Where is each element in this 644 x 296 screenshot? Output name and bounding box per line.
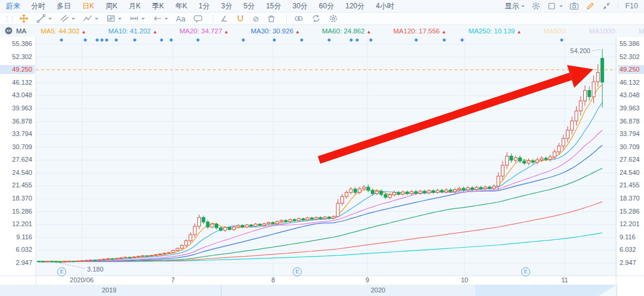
text-tool-icon[interactable]: Aa — [176, 14, 185, 23]
indicator-group-label[interactable]: MA — [16, 27, 26, 35]
sync-tool-icon[interactable] — [311, 14, 321, 23]
period-tab-6[interactable]: 年K — [175, 2, 187, 10]
indicator-bar: MA MA5: 44.302▲MA10: 41.202▲MA20: 34.727… — [0, 26, 644, 36]
angle-tool-icon[interactable]: ∠ — [221, 14, 228, 23]
up-triangle-icon: ▲ — [516, 29, 521, 35]
period-tab-1[interactable]: 多日 — [57, 2, 71, 10]
period-tab-5[interactable]: 季K — [152, 2, 164, 10]
comment-tool-icon[interactable] — [193, 14, 203, 23]
earnings-marker-icon[interactable]: E — [57, 267, 66, 276]
period-toolbar: 蔚来 分时多日日K周K月K季K年K1分3分5分15分30分60分120分4小时 … — [0, 0, 644, 13]
svg-text:10: 10 — [461, 276, 468, 283]
toolbar-right-group: 显示 F10 — [504, 1, 638, 11]
indicator-ma30[interactable]: MA30: 30.926▲ — [250, 27, 300, 35]
move-tool-icon[interactable] — [19, 14, 29, 23]
delete-drawings-tool-icon[interactable] — [267, 14, 276, 23]
screenshot-icon[interactable] — [569, 1, 579, 11]
period-tab-4[interactable]: 月K — [129, 2, 141, 10]
period-tab-9[interactable]: 5分 — [243, 2, 255, 10]
svg-text:54.200: 54.200 — [570, 47, 590, 54]
settings-icon[interactable] — [531, 1, 541, 11]
indicator-ma1[interactable]: MA1: — [639, 27, 644, 35]
svg-text:2020/06: 2020/06 — [70, 276, 94, 283]
indicator-ma5[interactable]: MA5: 44.302▲ — [41, 27, 86, 35]
drawing-toolbar: ⋮⋮ Aa∠⊘ — [0, 13, 644, 25]
period-tab-13[interactable]: 120分 — [345, 2, 364, 10]
svg-text:2019: 2019 — [102, 286, 116, 294]
chevron-down-icon — [521, 5, 525, 9]
period-tab-0[interactable]: 分时 — [31, 2, 45, 10]
up-triangle-icon: ▲ — [295, 29, 300, 35]
measure-tool-icon[interactable] — [129, 14, 145, 23]
candlestick-chart[interactable]: 54.2003.1802020/06789101120192020 — [0, 25, 644, 296]
fullscreen-toggle-icon[interactable] — [602, 1, 611, 11]
indicator-ma60[interactable]: MA60: 24.862▲ — [322, 27, 371, 35]
period-tab-2[interactable]: 日K — [82, 2, 94, 10]
divider — [618, 2, 618, 10]
chart-area: 54.2003.1802020/06789101120192020 MA MA5… — [0, 25, 644, 296]
arrow-tool-icon[interactable] — [153, 14, 168, 23]
up-triangle-icon: ▲ — [224, 29, 229, 35]
indicator-ma250[interactable]: MA250: 10.139▲ — [468, 27, 521, 35]
period-tab-3[interactable]: 周K — [106, 2, 117, 10]
display-menu[interactable]: 显示 — [504, 1, 525, 11]
up-triangle-icon: ▲ — [81, 29, 86, 35]
channel-tool-icon[interactable] — [60, 14, 75, 23]
svg-text:3.180: 3.180 — [87, 266, 104, 273]
period-tabs: 分时多日日K周K月K季K年K1分3分5分15分30分60分120分4小时 — [31, 1, 405, 11]
up-triangle-icon: ▲ — [442, 29, 447, 35]
draw-icon[interactable] — [586, 1, 595, 11]
indicator-ma500[interactable]: MA500: — [543, 27, 567, 35]
svg-text:2020: 2020 — [371, 286, 385, 294]
period-tab-8[interactable]: 3分 — [221, 2, 233, 10]
drag-handle[interactable]: ⋮⋮ — [4, 15, 14, 23]
period-tab-14[interactable]: 4小时 — [376, 2, 394, 10]
up-triangle-icon: ▲ — [367, 29, 371, 35]
no-draw-tool-icon[interactable]: ⊘ — [253, 14, 259, 23]
symbol-name[interactable]: 蔚来 — [6, 1, 20, 11]
wave-tool-icon[interactable] — [83, 14, 98, 23]
magnet-tool-icon[interactable] — [236, 14, 245, 23]
svg-text:11: 11 — [561, 276, 568, 283]
svg-text:9: 9 — [366, 276, 369, 283]
period-tab-7[interactable]: 1分 — [199, 2, 210, 10]
trendline-tool-icon[interactable] — [36, 14, 52, 23]
indicator-ma120[interactable]: MA120: 17.556▲ — [394, 27, 447, 35]
period-tab-11[interactable]: 30分 — [293, 2, 308, 10]
eye-icon[interactable] — [5, 27, 13, 35]
compare-tool-icon[interactable] — [294, 14, 304, 23]
draw-settings-tool-icon[interactable] — [329, 14, 338, 23]
gann-box-tool-icon[interactable] — [106, 14, 122, 23]
toolbar-divider — [286, 15, 287, 23]
toolbar-divider — [213, 15, 213, 23]
f10-button[interactable]: F10 — [625, 2, 638, 10]
indicator-ma20[interactable]: MA20: 34.727▲ — [179, 27, 229, 35]
svg-text:7: 7 — [171, 276, 175, 283]
period-tab-12[interactable]: 60分 — [319, 2, 334, 10]
up-triangle-icon: ▲ — [153, 29, 157, 35]
indicator-ma10[interactable]: MA10: 41.202▲ — [108, 27, 157, 35]
period-tab-10[interactable]: 15分 — [266, 2, 281, 10]
earnings-marker-icon[interactable]: E — [521, 267, 530, 276]
layout-select-icon[interactable] — [547, 1, 563, 11]
indicator-ma1000[interactable]: MA1000: — [589, 27, 617, 35]
earnings-marker-icon[interactable]: E — [293, 267, 302, 276]
svg-text:8: 8 — [271, 276, 275, 283]
